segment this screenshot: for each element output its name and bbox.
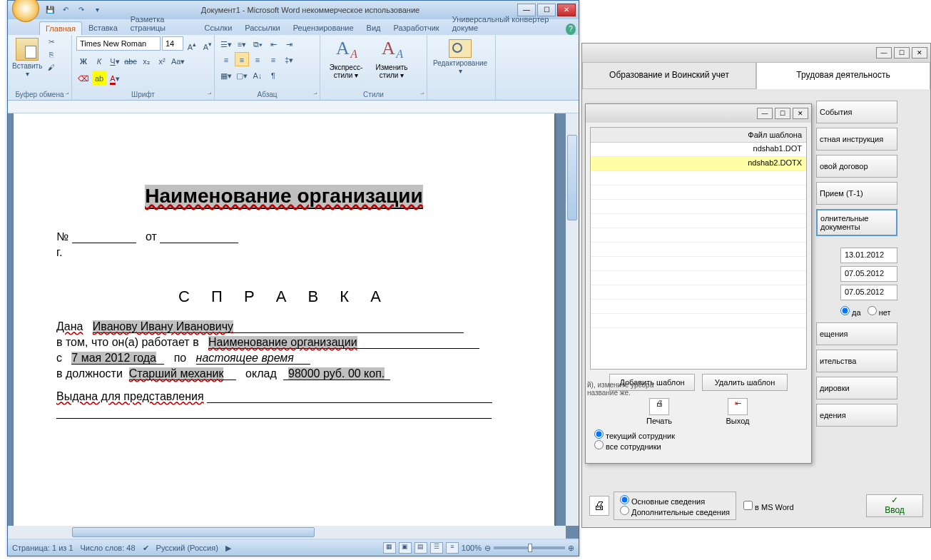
date-field-2[interactable]: 07.05.2012 [840, 266, 897, 282]
justify-icon[interactable]: ≡ [266, 52, 280, 66]
btn-hire[interactable]: Прием (Т-1) [816, 182, 897, 205]
grid-row[interactable] [591, 214, 806, 228]
zoom-slider[interactable] [494, 546, 565, 549]
highlight-icon[interactable]: ab [92, 71, 106, 85]
tab-developer[interactable]: Разработчик [387, 21, 446, 35]
grid-row[interactable] [591, 243, 806, 257]
btn-info[interactable]: едения [816, 404, 897, 427]
template-grid[interactable]: Файл шаблона ndshab1.DOT ndshab2.DOTX [590, 127, 807, 370]
format-painter-icon[interactable]: 🖌 [45, 62, 58, 73]
document-viewport[interactable]: Наименование организации № от г. С П Р А… [8, 113, 566, 526]
tab-education[interactable]: Образование и Воинский учет [582, 62, 756, 89]
editing-button[interactable]: Редактирование ▾ [432, 36, 489, 75]
shrink-font-icon[interactable]: A▾ [200, 36, 215, 51]
tab-converter[interactable]: Универсальный конвертер докуме [446, 12, 566, 35]
exit-button[interactable]: ⇤ Выход [713, 398, 763, 425]
grid-row[interactable] [591, 185, 806, 200]
grid-row[interactable] [591, 300, 806, 314]
tab-insert[interactable]: Вставка [82, 21, 124, 35]
radio-main-info[interactable]: Основные сведения [620, 497, 705, 506]
btn-instruction[interactable]: стная инструкция [816, 128, 897, 151]
tab-review[interactable]: Рецензирование [287, 21, 360, 35]
bold-icon[interactable]: Ж [76, 54, 91, 68]
tab-mailings[interactable]: Рассылки [238, 21, 286, 35]
print-button[interactable]: 🖨 Печать [634, 398, 684, 425]
font-size-combo[interactable] [162, 36, 183, 51]
btn-additional-docs[interactable]: олнительные документы [816, 209, 897, 236]
copy-icon[interactable]: ⎘ [45, 49, 58, 61]
change-case-icon[interactable]: Aa▾ [171, 54, 185, 68]
shading-icon[interactable]: ▦▾ [219, 68, 233, 82]
zoom-level[interactable]: 100% [462, 544, 482, 552]
grid-row[interactable] [591, 171, 806, 185]
macro-icon[interactable]: ▶ [225, 544, 231, 553]
cut-icon[interactable]: ✂ [45, 36, 58, 48]
grid-row[interactable] [591, 314, 806, 328]
zoom-in-button[interactable]: ⊕ [568, 544, 574, 553]
grid-row-selected[interactable]: ndshab2.DOTX [591, 157, 806, 171]
superscript-icon[interactable]: x² [155, 54, 169, 68]
font-name-combo[interactable] [76, 36, 161, 51]
close-button[interactable]: ✕ [912, 47, 927, 58]
grow-font-icon[interactable]: A▴ [185, 36, 199, 51]
btn-deputy[interactable]: ительства [816, 350, 897, 372]
borders-icon[interactable]: ▢▾ [235, 68, 249, 82]
zoom-out-button[interactable]: ⊖ [484, 544, 491, 553]
grid-row[interactable] [591, 228, 806, 243]
scroll-thumb[interactable] [72, 527, 315, 537]
radio-extra-info[interactable]: Дополнительные сведения [620, 508, 730, 516]
date-field-3[interactable]: 07.05.2012 [840, 285, 897, 300]
outdent-icon[interactable]: ⇤ [266, 36, 280, 51]
numbering-icon[interactable]: ≡▾ [235, 36, 249, 51]
grid-row[interactable] [591, 285, 806, 300]
save-icon[interactable]: 💾 [44, 4, 56, 16]
subscript-icon[interactable]: x₂ [139, 54, 153, 68]
btn-movements[interactable]: ещения [816, 322, 897, 345]
horizontal-scrollbar[interactable] [8, 526, 566, 539]
view-outline[interactable]: ☰ [430, 542, 443, 554]
italic-icon[interactable]: К [92, 54, 106, 68]
font-color-icon[interactable]: A▾ [108, 71, 122, 85]
qat-dropdown[interactable]: ▾ [91, 4, 103, 16]
grid-row[interactable] [591, 200, 806, 214]
submit-button[interactable]: ✓Ввод [866, 494, 923, 517]
date-field-1[interactable]: 13.01.2012 [840, 248, 897, 263]
align-left-icon[interactable]: ≡ [219, 52, 233, 66]
view-fullscreen[interactable]: ▣ [399, 542, 412, 554]
grid-row[interactable]: ndshab1.DOT [591, 143, 806, 157]
view-draft[interactable]: ≡ [446, 542, 459, 554]
checkbox-msword[interactable]: в MS Word [743, 501, 794, 511]
redo-icon[interactable]: ↷ [75, 4, 88, 16]
printer-icon[interactable]: 🖨 [589, 496, 609, 516]
clear-format-icon[interactable]: ⌫ [76, 71, 91, 85]
tab-references[interactable]: Ссылки [198, 21, 239, 35]
btn-trips[interactable]: дировки [816, 377, 897, 399]
maximize-button[interactable]: ☐ [894, 47, 910, 58]
spellcheck-icon[interactable]: ✔ [143, 544, 149, 553]
status-words[interactable]: Число слов: 48 [81, 544, 136, 552]
horizontal-ruler[interactable] [8, 101, 579, 113]
tab-layout[interactable]: Разметка страницы [124, 12, 198, 35]
dialog-maximize[interactable]: ☐ [775, 108, 790, 119]
express-styles-button[interactable]: AA Экспресс-стили ▾ [325, 36, 367, 79]
grid-row[interactable] [591, 271, 806, 285]
tab-home[interactable]: Главная [39, 21, 82, 35]
vertical-scrollbar[interactable] [566, 113, 579, 526]
radio-current-employee[interactable]: текущий сотрудник [594, 432, 675, 440]
view-print-layout[interactable]: ▦ [383, 542, 396, 554]
grid-row[interactable] [591, 257, 806, 271]
view-web[interactable]: ▤ [414, 542, 427, 554]
radio-all-employees[interactable]: все сотрудники [594, 442, 661, 451]
status-language[interactable]: Русский (Россия) [156, 544, 218, 552]
radio-no[interactable]: нет [868, 308, 891, 317]
show-marks-icon[interactable]: ¶ [266, 68, 280, 82]
indent-icon[interactable]: ⇥ [282, 36, 296, 51]
status-page[interactable]: Страница: 1 из 1 [12, 544, 73, 552]
dialog-minimize[interactable]: — [757, 108, 773, 119]
tab-work-activity[interactable]: Трудовая деятельность [756, 62, 930, 89]
tab-view[interactable]: Вид [360, 21, 387, 35]
align-right-icon[interactable]: ≡ [250, 52, 265, 66]
multilevel-icon[interactable]: ⧉▾ [250, 36, 265, 51]
strike-icon[interactable]: abc [123, 54, 138, 68]
btn-events[interactable]: События [816, 101, 897, 123]
